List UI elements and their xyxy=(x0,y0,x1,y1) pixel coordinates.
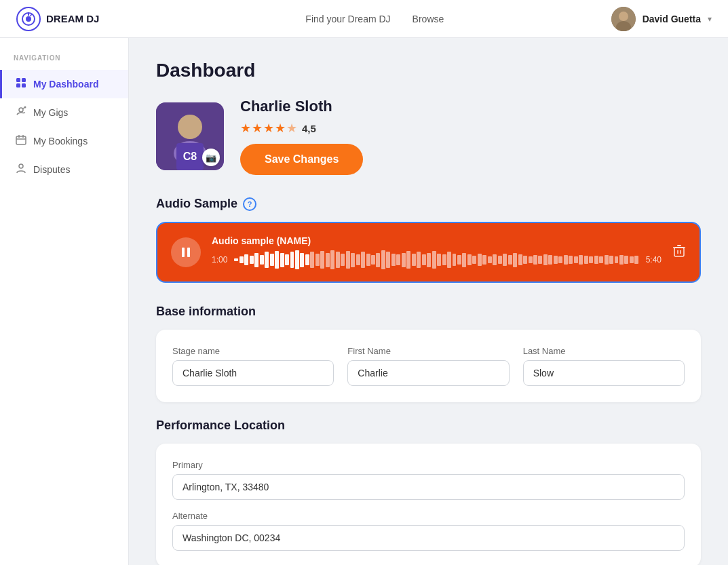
sidebar-item-gigs-label: My Gigs xyxy=(33,107,68,118)
user-area[interactable]: David Guetta ▾ xyxy=(611,7,712,31)
svg-rect-7 xyxy=(16,78,20,82)
waveform[interactable] xyxy=(234,250,638,269)
svg-point-17 xyxy=(19,164,23,168)
last-name-label: Last Name xyxy=(523,346,685,356)
stars-row: ★★★★★ 4,5 xyxy=(240,121,363,136)
svg-point-19 xyxy=(178,115,202,139)
nav-label: NAVIGATION xyxy=(0,54,128,70)
user-name: David Guetta xyxy=(643,14,701,24)
primary-label: Primary xyxy=(172,460,685,470)
base-info-card: Stage name First Name Last Name xyxy=(156,330,701,402)
svg-point-12 xyxy=(24,106,26,109)
gigs-icon xyxy=(16,106,26,119)
pause-button[interactable] xyxy=(171,237,201,267)
profile-header: C8 📷 Charlie Sloth ★★★★★ 4,5 Save Change… xyxy=(156,98,701,175)
top-navigation: DREAM DJ Find your Dream DJ Browse David… xyxy=(0,0,728,38)
delete-audio-button[interactable] xyxy=(672,244,686,261)
first-name-label: First Name xyxy=(347,346,509,356)
nav-links: Find your Dream DJ Browse xyxy=(138,14,611,24)
stage-name-group: Stage name xyxy=(172,346,334,386)
stage-name-label: Stage name xyxy=(172,346,334,356)
sidebar: NAVIGATION My Dashboard xyxy=(0,38,129,565)
location-section-title: Performance Location xyxy=(156,418,701,433)
dashboard-icon xyxy=(16,77,26,91)
browse-link[interactable]: Browse xyxy=(413,14,444,24)
page-title: Dashboard xyxy=(156,60,701,81)
base-info-form-row: Stage name First Name Last Name xyxy=(172,346,685,386)
sidebar-item-bookings-label: My Bookings xyxy=(33,136,88,147)
svg-rect-8 xyxy=(22,78,26,82)
logo-icon xyxy=(16,7,41,31)
svg-text:C8: C8 xyxy=(183,151,197,162)
audio-info: Audio sample (NAME) 1:00 5:40 xyxy=(212,235,662,269)
camera-icon[interactable]: 📷 xyxy=(202,149,220,166)
save-changes-button[interactable]: Save Changes xyxy=(240,144,363,175)
sidebar-item-disputes-label: Disputes xyxy=(33,164,70,175)
stage-name-input[interactable] xyxy=(172,360,334,386)
svg-point-5 xyxy=(619,12,628,21)
last-name-group: Last Name xyxy=(523,346,685,386)
profile-name: Charlie Sloth xyxy=(240,98,363,115)
svg-rect-24 xyxy=(187,248,190,257)
bookings-icon xyxy=(16,134,26,148)
svg-rect-9 xyxy=(16,83,20,87)
audio-track-name: Audio sample (NAME) xyxy=(212,235,662,246)
svg-point-1 xyxy=(26,16,31,22)
sidebar-item-bookings[interactable]: My Bookings xyxy=(0,127,128,155)
logo-area[interactable]: DREAM DJ xyxy=(16,7,138,31)
sidebar-item-disputes[interactable]: Disputes xyxy=(0,155,128,184)
audio-time-current: 1:00 xyxy=(212,255,227,265)
audio-time-total: 5:40 xyxy=(646,255,662,265)
app-name: DREAM DJ xyxy=(46,13,99,24)
alternate-label: Alternate xyxy=(172,511,685,521)
profile-picture-wrapper: C8 📷 xyxy=(156,102,224,170)
last-name-input[interactable] xyxy=(523,360,685,386)
first-name-input[interactable] xyxy=(347,360,509,386)
sidebar-item-gigs[interactable]: My Gigs xyxy=(0,98,128,127)
disputes-icon xyxy=(16,163,26,176)
rating-stars: ★★★★★ xyxy=(240,121,298,136)
alternate-location-input[interactable] xyxy=(172,525,685,551)
audio-sample-help-icon[interactable]: ? xyxy=(243,197,256,211)
svg-rect-10 xyxy=(22,83,26,87)
audio-player: Audio sample (NAME) 1:00 5:40 xyxy=(156,222,701,283)
svg-point-11 xyxy=(19,108,23,112)
first-name-group: First Name xyxy=(347,346,509,386)
main-content: Dashboard C8 📷 Charlie xyxy=(129,38,728,565)
primary-location-group: Primary xyxy=(172,460,685,500)
sidebar-item-dashboard[interactable]: My Dashboard xyxy=(0,70,128,98)
svg-rect-25 xyxy=(674,248,684,256)
svg-rect-13 xyxy=(16,136,26,144)
find-dj-link[interactable]: Find your Dream DJ xyxy=(305,14,390,24)
profile-info: Charlie Sloth ★★★★★ 4,5 Save Changes xyxy=(240,98,363,175)
chevron-down-icon: ▾ xyxy=(708,14,712,24)
location-card: Primary Alternate xyxy=(156,444,701,565)
audio-timeline[interactable]: 1:00 5:40 xyxy=(212,250,662,269)
rating-number: 4,5 xyxy=(302,123,316,134)
user-avatar xyxy=(611,7,636,31)
avatar-image xyxy=(611,7,636,31)
alternate-location-group: Alternate xyxy=(172,511,685,551)
primary-location-input[interactable] xyxy=(172,474,685,500)
svg-line-3 xyxy=(30,14,32,16)
svg-rect-23 xyxy=(182,248,185,257)
sidebar-item-dashboard-label: My Dashboard xyxy=(33,79,98,90)
base-info-section-title: Base information xyxy=(156,305,701,319)
audio-sample-section-title: Audio Sample ? xyxy=(156,197,701,211)
